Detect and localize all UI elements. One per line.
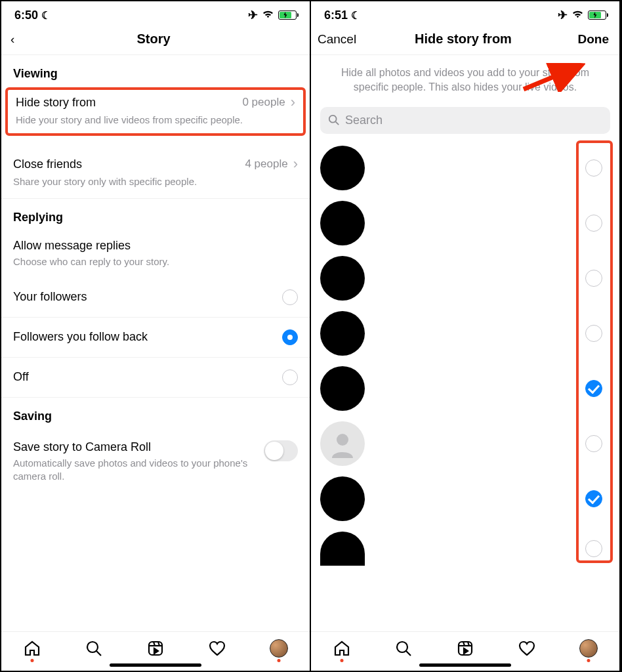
highlight-hide-story: Hide story from 0 people› Hide your stor… [5,87,306,136]
do-not-disturb-icon: ☾ [351,10,360,21]
airplane-mode-icon: ✈ [558,8,568,22]
person-checkbox[interactable] [585,215,602,232]
back-button[interactable]: ‹ [8,33,54,45]
avatar [320,532,365,566]
nav-header: ‹ Story [1,24,310,55]
section-replying: Replying [1,199,310,231]
radio-off[interactable]: Off [1,358,310,398]
airplane-mode-icon: ✈ [248,8,258,22]
person-row[interactable] [311,526,619,566]
nav-header: Cancel Hide story from Done [311,24,619,55]
battery-icon [278,10,297,20]
svg-line-8 [336,122,339,125]
svg-point-9 [337,434,348,446]
svg-point-7 [329,116,337,123]
done-button[interactable]: Done [563,32,609,47]
status-time: 6:50 ☾ [14,9,51,22]
tab-search[interactable] [394,639,413,658]
tab-activity[interactable] [517,639,537,658]
tab-bar [1,631,310,661]
avatar [320,256,365,301]
tab-profile[interactable] [269,639,289,658]
hide-story-value: 0 people [242,96,285,109]
avatar [320,366,365,411]
wifi-icon [262,9,274,22]
hide-story-title: Hide story from [16,96,96,110]
section-saving: Saving [1,398,310,430]
hide-story-sub: Hide your story and live videos from spe… [16,114,253,127]
person-checkbox[interactable] [585,159,602,177]
close-friends-row[interactable]: Close friends 4 people› Share your story… [1,148,310,198]
person-list [311,140,619,566]
radio-followers-you-follow-back[interactable]: Followers you follow back [1,318,310,358]
close-friends-value: 4 people [245,158,287,171]
avatar [320,311,365,356]
search-placeholder: Search [345,114,383,127]
tab-reels[interactable] [455,639,475,658]
section-viewing: Viewing [1,55,310,87]
person-row[interactable] [311,361,619,416]
page-title: Hide story from [363,32,563,47]
allow-replies-row: Allow message replies Choose who can rep… [1,231,310,278]
person-row[interactable] [311,306,619,361]
save-camera-row: Save story to Camera Roll Automatically … [1,430,310,494]
chevron-right-icon: › [293,156,298,173]
radio-icon [282,289,298,305]
home-indicator[interactable] [110,663,201,667]
radio-icon-selected [282,329,298,345]
close-friends-sub: Share your story only with specific peop… [13,175,255,188]
save-camera-title: Save story to Camera Roll [13,440,256,454]
avatar [320,476,365,521]
avatar [320,201,365,245]
tab-reels[interactable] [146,639,165,658]
person-row[interactable] [311,471,619,526]
person-row[interactable] [311,140,619,196]
search-icon [328,114,340,126]
person-checkbox[interactable] [585,270,602,287]
story-settings-screen: 6:50 ☾ ✈ ‹ Story Viewing Hide story from… [1,1,311,671]
person-row[interactable] [311,196,619,251]
battery-icon [588,10,606,20]
tab-activity[interactable] [207,639,227,658]
radio-icon [282,369,298,385]
avatar [320,421,365,466]
person-checkbox[interactable] [585,325,602,342]
avatar [320,146,365,190]
svg-line-1 [96,651,101,656]
home-indicator[interactable] [419,663,511,667]
description-text: Hide all photos and videos you add to yo… [311,55,619,104]
allow-replies-sub: Choose who can reply to your story. [13,255,255,268]
hide-story-from-screen: 6:51 ☾ ✈ Cancel Hide story from Done Hid… [311,1,621,671]
status-bar: 6:51 ☾ ✈ [311,1,619,24]
profile-avatar-icon [579,639,598,658]
hide-story-row[interactable]: Hide story from 0 people› Hide your stor… [16,94,295,127]
save-camera-toggle[interactable] [264,440,298,461]
svg-line-11 [406,651,411,656]
person-row[interactable] [311,251,619,306]
person-checkbox[interactable] [585,435,602,452]
status-bar: 6:50 ☾ ✈ [1,1,310,24]
tab-home[interactable] [22,639,42,658]
search-input[interactable]: Search [320,107,610,134]
cancel-button[interactable]: Cancel [318,32,363,47]
radio-your-followers[interactable]: Your followers [1,278,310,318]
tab-bar [311,631,619,661]
tab-search[interactable] [84,639,104,658]
person-checkbox[interactable] [585,490,602,507]
allow-replies-title: Allow message replies [13,239,298,253]
svg-point-0 [87,642,98,652]
close-friends-title: Close friends [13,158,82,171]
page-title: Story [54,32,253,47]
profile-avatar-icon [270,639,288,658]
status-time: 6:51 ☾ [324,9,360,22]
person-checkbox[interactable] [585,540,602,557]
person-checkbox[interactable] [585,380,602,397]
save-camera-sub: Automatically save photos and videos to … [13,457,256,484]
tab-home[interactable] [332,639,352,658]
do-not-disturb-icon: ☾ [41,10,51,21]
svg-point-10 [397,642,407,652]
chevron-right-icon: › [291,94,295,111]
wifi-icon [571,9,584,22]
person-row[interactable] [311,416,619,471]
tab-profile[interactable] [579,639,598,658]
